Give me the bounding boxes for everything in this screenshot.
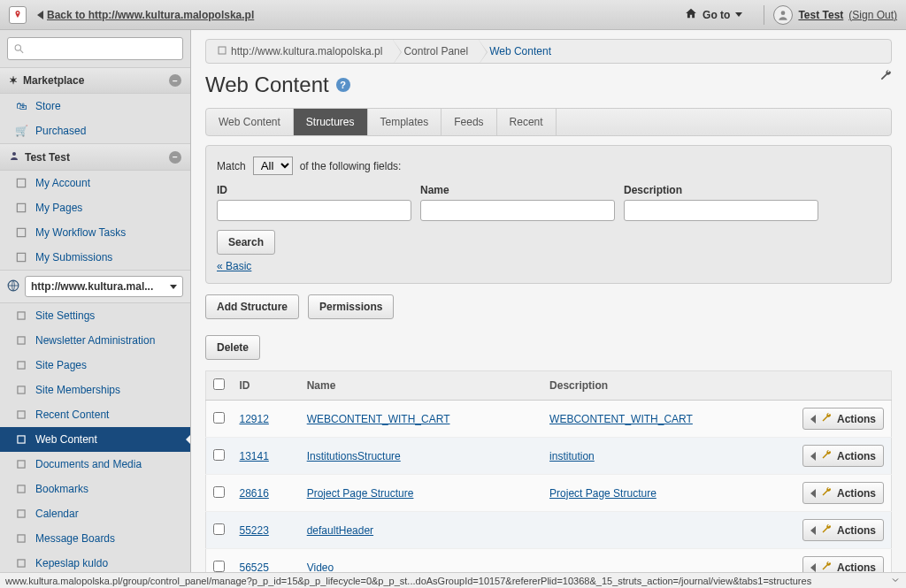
add-structure-button[interactable]: Add Structure bbox=[205, 294, 299, 319]
sidebar-item-site-settings[interactable]: Site Settings bbox=[0, 303, 190, 328]
row-checkbox[interactable] bbox=[213, 449, 225, 461]
sidebar-item-site-pages[interactable]: Site Pages bbox=[0, 353, 190, 378]
select-all-checkbox[interactable] bbox=[213, 378, 225, 390]
sidebar-item-web-content[interactable]: Web Content bbox=[0, 427, 190, 452]
row-actions-button[interactable]: Actions bbox=[802, 408, 884, 430]
sidebar-item-recent-content[interactable]: Recent Content bbox=[0, 402, 190, 427]
sidebar-item-newsletter-administration[interactable]: Newsletter Administration bbox=[0, 328, 190, 353]
pin-icon[interactable] bbox=[9, 6, 27, 24]
user-link[interactable]: Test Test bbox=[798, 9, 843, 21]
item-icon bbox=[14, 201, 28, 215]
tabs: Web ContentStructuresTemplatesFeedsRecen… bbox=[205, 108, 892, 136]
svg-point-3 bbox=[12, 152, 16, 156]
search-button[interactable]: Search bbox=[217, 230, 275, 255]
sidebar-item-my-account[interactable]: My Account bbox=[0, 171, 190, 195]
item-icon bbox=[14, 457, 28, 471]
sidebar-item-kepeslap-kuldo[interactable]: Kepeslap kuldo bbox=[0, 551, 190, 572]
home-icon bbox=[685, 7, 697, 22]
row-name-link[interactable]: defaultHeader bbox=[307, 524, 373, 537]
permissions-button[interactable]: Permissions bbox=[308, 294, 394, 319]
desc-input[interactable] bbox=[624, 200, 818, 221]
wrench-icon[interactable] bbox=[879, 69, 892, 84]
caret-left-icon bbox=[810, 415, 816, 424]
item-icon bbox=[14, 333, 28, 347]
row-actions-button[interactable]: Actions bbox=[802, 519, 884, 541]
sidebar-search-input[interactable] bbox=[28, 42, 177, 55]
item-icon bbox=[14, 531, 28, 546]
sidebar-item-my-pages[interactable]: My Pages bbox=[0, 195, 190, 220]
row-actions-button[interactable]: Actions bbox=[802, 482, 884, 504]
row-name-link[interactable]: Project Page Structure bbox=[307, 487, 414, 500]
row-id-link[interactable]: 28616 bbox=[240, 487, 269, 500]
name-input[interactable] bbox=[420, 200, 615, 221]
row-id-link[interactable]: 12912 bbox=[240, 413, 269, 425]
svg-rect-11 bbox=[18, 362, 25, 369]
tab-recent[interactable]: Recent bbox=[497, 109, 557, 135]
crumb-wc[interactable]: Web Content bbox=[479, 40, 562, 63]
collapse-icon[interactable]: − bbox=[169, 74, 181, 87]
caret-left-icon bbox=[810, 452, 816, 461]
row-id-link[interactable]: 13141 bbox=[240, 450, 269, 462]
svg-point-1 bbox=[15, 45, 20, 50]
row-checkbox[interactable] bbox=[213, 486, 225, 498]
row-checkbox[interactable] bbox=[213, 412, 225, 424]
site-selector[interactable]: http://www.kultura.mal... bbox=[0, 270, 190, 303]
sidebar-item-site-memberships[interactable]: Site Memberships bbox=[0, 378, 190, 402]
row-actions-button[interactable]: Actions bbox=[802, 556, 884, 572]
table-row: 55223 defaultHeader Actions bbox=[206, 512, 892, 549]
help-icon[interactable]: ? bbox=[336, 78, 350, 92]
main-panel: http://www.kultura.malopolska.pl Control… bbox=[191, 30, 906, 572]
item-icon bbox=[14, 225, 28, 240]
tab-templates[interactable]: Templates bbox=[368, 109, 442, 135]
row-desc-link[interactable]: WEBCONTENT_WITH_CART bbox=[549, 413, 693, 425]
row-checkbox[interactable] bbox=[213, 523, 225, 535]
sidebar-search-box[interactable] bbox=[7, 37, 183, 60]
svg-rect-5 bbox=[17, 203, 25, 211]
goto-menu[interactable]: Go to bbox=[685, 7, 742, 22]
item-icon: 🛍 bbox=[14, 99, 28, 113]
back-arrow-icon bbox=[37, 11, 43, 19]
row-name-link[interactable]: WEBCONTENT_WITH_CART bbox=[307, 413, 450, 425]
sidebar-head-user[interactable]: Test Test − bbox=[0, 143, 190, 171]
row-checkbox[interactable] bbox=[213, 561, 225, 572]
row-id-link[interactable]: 55223 bbox=[240, 524, 269, 537]
sidebar-item-my-workflow-tasks[interactable]: My Workflow Tasks bbox=[0, 220, 190, 245]
row-id-link[interactable]: 56525 bbox=[240, 561, 269, 573]
basic-link[interactable]: « Basic bbox=[217, 260, 251, 272]
item-icon bbox=[14, 383, 28, 397]
breadcrumb: http://www.kultura.malopolska.pl Control… bbox=[205, 39, 892, 64]
sidebar-head-marketplace[interactable]: ✶ Marketplace − bbox=[0, 67, 190, 94]
sidebar-item-calendar[interactable]: Calendar bbox=[0, 501, 190, 526]
chevron-down-icon[interactable] bbox=[890, 575, 901, 587]
svg-rect-14 bbox=[18, 436, 25, 443]
sidebar-item-message-boards[interactable]: Message Boards bbox=[0, 526, 190, 551]
sidebar-item-bookmarks[interactable]: Bookmarks bbox=[0, 477, 190, 501]
item-icon bbox=[14, 482, 28, 496]
back-link[interactable]: Back to http://www.kultura.malopolska.pl bbox=[37, 9, 254, 21]
crumb-site[interactable]: http://www.kultura.malopolska.pl bbox=[206, 40, 393, 63]
tab-structures[interactable]: Structures bbox=[294, 109, 368, 135]
table-row: 56525 Video Actions bbox=[206, 549, 892, 573]
match-select[interactable]: All bbox=[253, 157, 293, 175]
id-input[interactable] bbox=[217, 200, 411, 221]
match-suffix: of the following fields: bbox=[300, 160, 402, 172]
row-desc-link[interactable]: Project Page Structure bbox=[549, 487, 656, 500]
user-icon bbox=[9, 150, 19, 164]
row-name-link[interactable]: InstitutionsStructure bbox=[307, 450, 401, 462]
sidebar-item-purchased[interactable]: 🛒Purchased bbox=[0, 118, 190, 143]
sidebar-item-documents-and-media[interactable]: Documents and Media bbox=[0, 452, 190, 477]
collapse-icon[interactable]: − bbox=[169, 151, 181, 164]
item-icon bbox=[14, 250, 28, 264]
row-actions-button[interactable]: Actions bbox=[802, 445, 884, 467]
row-name-link[interactable]: Video bbox=[307, 561, 334, 573]
tab-web-content[interactable]: Web Content bbox=[206, 109, 294, 135]
tab-feeds[interactable]: Feeds bbox=[441, 109, 496, 135]
svg-rect-9 bbox=[18, 312, 25, 319]
sidebar-item-store[interactable]: 🛍Store bbox=[0, 94, 190, 118]
signout-link[interactable]: (Sign Out) bbox=[848, 9, 897, 21]
search-panel: Match All of the following fields: ID Na… bbox=[205, 145, 892, 284]
sidebar-item-my-submissions[interactable]: My Submissions bbox=[0, 245, 190, 270]
row-desc-link[interactable]: institution bbox=[549, 450, 595, 462]
delete-button[interactable]: Delete bbox=[205, 335, 260, 360]
crumb-cp[interactable]: Control Panel bbox=[393, 40, 479, 63]
